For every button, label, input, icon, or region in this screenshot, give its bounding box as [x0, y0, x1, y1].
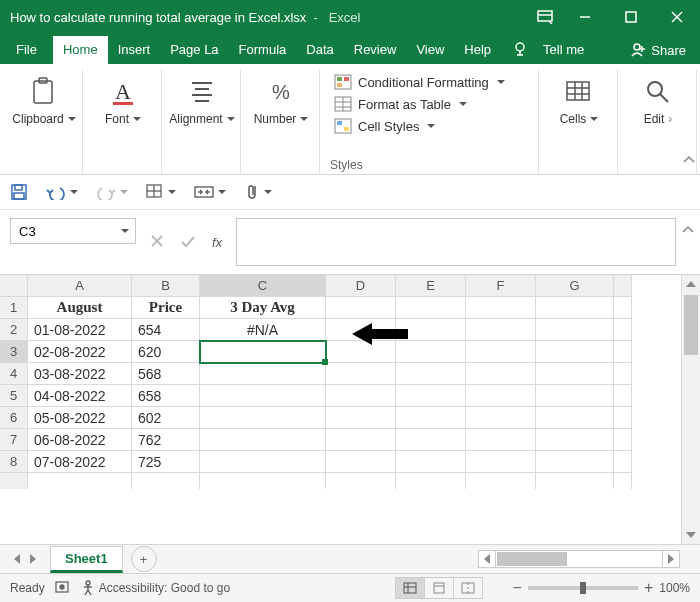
cell[interactable]: [536, 429, 614, 451]
tab-insert[interactable]: Insert: [108, 36, 161, 64]
cell[interactable]: [200, 473, 326, 489]
cell[interactable]: [326, 297, 396, 319]
collapse-ribbon-button[interactable]: [682, 153, 696, 170]
minimize-button[interactable]: [562, 0, 608, 34]
cell[interactable]: [326, 319, 396, 341]
cell[interactable]: 620: [132, 341, 200, 363]
format-as-table-button[interactable]: Format as Table: [334, 96, 526, 112]
cell[interactable]: Price: [132, 297, 200, 319]
cell[interactable]: [132, 473, 200, 489]
chevron-down-icon[interactable]: [121, 229, 129, 233]
row-header[interactable]: 2: [0, 319, 28, 341]
cell[interactable]: 725: [132, 451, 200, 473]
cell[interactable]: [396, 429, 466, 451]
view-page-break-button[interactable]: [454, 577, 483, 599]
row-header[interactable]: [0, 473, 28, 489]
undo-button[interactable]: [46, 184, 78, 200]
cell[interactable]: [326, 341, 396, 363]
fx-label[interactable]: fx: [212, 235, 222, 250]
cell[interactable]: [326, 363, 396, 385]
cell[interactable]: 06-08-2022: [28, 429, 132, 451]
redo-button[interactable]: [96, 184, 128, 200]
cell[interactable]: 602: [132, 407, 200, 429]
cell[interactable]: [396, 385, 466, 407]
cell[interactable]: [536, 319, 614, 341]
row-header[interactable]: 7: [0, 429, 28, 451]
row-header[interactable]: 3: [0, 341, 28, 363]
cell[interactable]: [466, 319, 536, 341]
font-button[interactable]: A Font: [105, 70, 141, 126]
cell[interactable]: [200, 451, 326, 473]
editing-button[interactable]: Edit›: [640, 70, 676, 126]
sheet-nav-next[interactable]: [30, 554, 36, 564]
cell[interactable]: [200, 429, 326, 451]
row-header[interactable]: 1: [0, 297, 28, 319]
cell[interactable]: [396, 407, 466, 429]
cell[interactable]: [326, 407, 396, 429]
cell[interactable]: [200, 363, 326, 385]
cell[interactable]: [396, 363, 466, 385]
tab-data[interactable]: Data: [296, 36, 343, 64]
share-button[interactable]: Share: [615, 36, 700, 64]
cell[interactable]: [200, 385, 326, 407]
attach-button[interactable]: [244, 183, 272, 201]
cell[interactable]: August: [28, 297, 132, 319]
cell[interactable]: [396, 451, 466, 473]
border-button[interactable]: [146, 184, 176, 200]
cell[interactable]: #N/A: [200, 319, 326, 341]
expand-formula-bar-icon[interactable]: [681, 223, 695, 240]
cell[interactable]: [326, 451, 396, 473]
cell[interactable]: 03-08-2022: [28, 363, 132, 385]
cell[interactable]: [536, 451, 614, 473]
cell[interactable]: 658: [132, 385, 200, 407]
cell[interactable]: 3 Day Avg: [200, 297, 326, 319]
tab-file[interactable]: File: [0, 36, 53, 64]
zoom-out-button[interactable]: −: [513, 579, 522, 597]
cell[interactable]: [536, 385, 614, 407]
cell[interactable]: [326, 429, 396, 451]
scroll-thumb[interactable]: [684, 295, 698, 355]
cell[interactable]: [536, 363, 614, 385]
cell[interactable]: 04-08-2022: [28, 385, 132, 407]
scroll-right-button[interactable]: [662, 551, 679, 567]
sheet-nav-prev[interactable]: [14, 554, 20, 564]
zoom-value[interactable]: 100%: [659, 581, 690, 595]
tab-home[interactable]: Home: [53, 36, 108, 64]
number-button[interactable]: % Number: [254, 70, 309, 126]
col-header-d[interactable]: D: [326, 275, 396, 297]
cell[interactable]: 07-08-2022: [28, 451, 132, 473]
cell[interactable]: [536, 473, 614, 489]
col-header-a[interactable]: A: [28, 275, 132, 297]
cell[interactable]: 02-08-2022: [28, 341, 132, 363]
cell[interactable]: 05-08-2022: [28, 407, 132, 429]
cell[interactable]: [466, 451, 536, 473]
cell[interactable]: [466, 297, 536, 319]
row-header[interactable]: 4: [0, 363, 28, 385]
worksheet-grid[interactable]: A B C D E F G 1 August Price 3 Day Avg 2…: [0, 275, 700, 544]
cell[interactable]: [466, 363, 536, 385]
cell[interactable]: [536, 297, 614, 319]
col-header-g[interactable]: G: [536, 275, 614, 297]
close-button[interactable]: [654, 0, 700, 34]
accessibility-button[interactable]: Accessibility: Good to go: [81, 580, 230, 596]
cell[interactable]: [396, 319, 466, 341]
cell-styles-button[interactable]: Cell Styles: [334, 118, 526, 134]
tell-me-button[interactable]: [501, 34, 539, 64]
col-header-f[interactable]: F: [466, 275, 536, 297]
cancel-formula-icon[interactable]: [150, 234, 164, 251]
horizontal-scrollbar[interactable]: [478, 550, 680, 568]
view-page-layout-button[interactable]: [425, 577, 454, 599]
col-header-e[interactable]: E: [396, 275, 466, 297]
maximize-button[interactable]: [608, 0, 654, 34]
tab-review[interactable]: Review: [344, 36, 407, 64]
row-header[interactable]: 5: [0, 385, 28, 407]
vertical-scrollbar[interactable]: [681, 275, 700, 544]
cell[interactable]: [396, 473, 466, 489]
merge-button[interactable]: [194, 184, 226, 200]
cell[interactable]: 01-08-2022: [28, 319, 132, 341]
cell[interactable]: 568: [132, 363, 200, 385]
conditional-formatting-button[interactable]: Conditional Formatting: [334, 74, 526, 90]
new-sheet-button[interactable]: +: [131, 546, 157, 572]
zoom-in-button[interactable]: +: [644, 579, 653, 597]
ribbon-display-options-icon[interactable]: [528, 10, 562, 24]
